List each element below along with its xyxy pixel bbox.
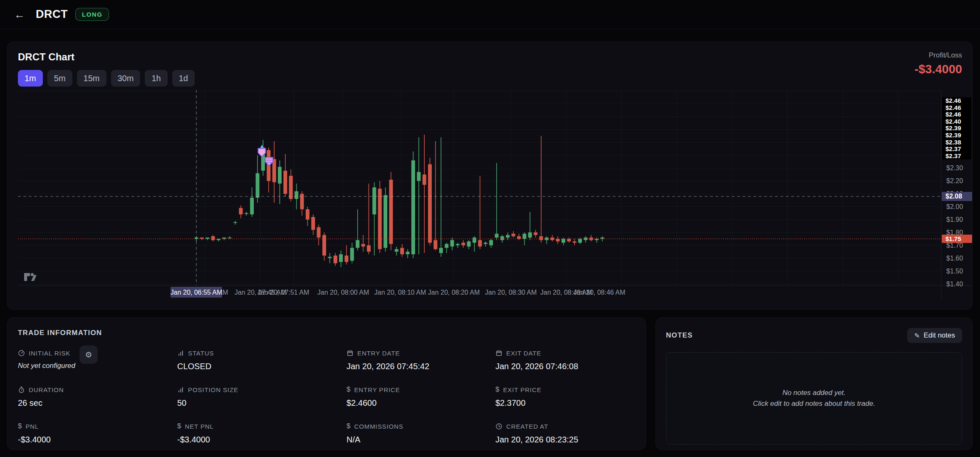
trade-field-entry-date: ENTRY DATEJan 20, 2026 07:45:42 (346, 349, 495, 371)
trade-field-pnl: $PNL-$3.4000 (18, 422, 177, 445)
timeframe-button-30m[interactable]: 30m (111, 70, 141, 87)
field-label: EXIT DATE (506, 350, 541, 357)
field-value: 26 sec (18, 398, 177, 408)
field-value: Jan 20, 2026 08:23:25 (495, 435, 636, 445)
trade-field-initial-risk: INITIAL RISK⚙Not yet configured (18, 349, 177, 371)
svg-text:$2.46: $2.46 (945, 97, 961, 104)
svg-text:$2.37: $2.37 (945, 152, 961, 159)
svg-text:$1.75: $1.75 (945, 235, 961, 242)
notes-empty-line1: No notes added yet. (782, 387, 846, 398)
calendar-icon (495, 350, 502, 357)
svg-text:$2.00: $2.00 (946, 203, 963, 210)
trade-field-exit-date: EXIT DATEJan 20, 2026 07:46:08 (495, 349, 636, 371)
timeframe-button-1d[interactable]: 1d (172, 70, 195, 87)
timeframe-button-15m[interactable]: 15m (77, 70, 106, 87)
direction-badge: LONG (75, 8, 109, 21)
field-value: Jan 20, 2026 07:46:08 (495, 362, 636, 371)
chart-card: DRCT Chart 1m5m15m30m1h1d Profit/Loss -$… (7, 42, 973, 310)
svg-text:Jan 20, 08:00 AM: Jan 20, 08:00 AM (317, 289, 369, 296)
trade-information-title: TRADE INFORMATION (18, 329, 636, 337)
back-button[interactable]: ← (11, 7, 28, 22)
notes-card: NOTES ✎ Edit notes No notes added yet. C… (656, 318, 973, 450)
field-value: -$3.4000 (177, 435, 346, 445)
notes-title: NOTES (666, 331, 693, 340)
notes-empty-state: No notes added yet. Click edit to add no… (666, 352, 962, 445)
field-label: ENTRY PRICE (354, 386, 400, 393)
gauge-icon (18, 350, 25, 357)
svg-text:$2.37: $2.37 (945, 145, 961, 152)
dollar-icon: $ (18, 422, 22, 430)
svg-text:$2.20: $2.20 (946, 177, 963, 184)
svg-text:$2.39: $2.39 (945, 132, 961, 139)
edit-notes-label: Edit notes (923, 331, 955, 340)
field-label: CREATED AT (506, 423, 548, 430)
chart-title: DRCT Chart (18, 51, 195, 63)
trade-field-exit-price: $EXIT PRICE$2.3700 (495, 385, 636, 408)
svg-text:$1.60: $1.60 (946, 255, 963, 262)
field-value: N/A (346, 435, 495, 445)
field-label: ENTRY DATE (357, 350, 400, 357)
svg-text:Jan 20, 06:55 AM: Jan 20, 06:55 AM (171, 289, 223, 296)
field-label: NET PNL (185, 423, 213, 430)
field-label: POSITION SIZE (188, 386, 238, 393)
svg-text:$1.90: $1.90 (946, 216, 963, 223)
bars-icon (177, 350, 184, 357)
svg-text:Jan 20, 08:20 AM: Jan 20, 08:20 AM (428, 289, 480, 296)
trade-field-position-size: POSITION SIZE50 (177, 385, 346, 408)
profit-loss-value: -$3.4000 (915, 62, 963, 76)
field-label: PNL (25, 423, 39, 430)
field-value: -$3.4000 (18, 435, 177, 445)
svg-text:$2.39: $2.39 (945, 124, 961, 132)
timeframe-button-1h[interactable]: 1h (145, 70, 167, 87)
gear-icon: ⚙ (85, 350, 92, 360)
svg-text:$2.46: $2.46 (945, 104, 961, 111)
tradingview-logo (24, 273, 37, 281)
trade-information-card: TRADE INFORMATION INITIAL RISK⚙Not yet c… (7, 318, 646, 450)
dollar-icon: $ (495, 385, 499, 394)
field-value: $2.3700 (495, 398, 636, 408)
profit-loss-label: Profit/Loss (915, 51, 963, 60)
trade-field-created-at: CREATED ATJan 20, 2026 08:23:25 (495, 422, 636, 445)
timeframe-buttons: 1m5m15m30m1h1d (18, 70, 195, 87)
dollar-icon: $ (346, 422, 350, 430)
edit-notes-button[interactable]: ✎ Edit notes (907, 328, 962, 343)
clock-icon (495, 423, 502, 430)
svg-text:$1.40: $1.40 (946, 281, 963, 288)
bars-icon (177, 386, 184, 393)
svg-text:$2.08: $2.08 (945, 193, 962, 200)
risk-settings-button[interactable]: ⚙ (79, 345, 98, 364)
pencil-icon: ✎ (914, 332, 920, 340)
notes-empty-line2: Click edit to add notes about this trade… (753, 398, 875, 409)
svg-text:$1.50: $1.50 (946, 268, 963, 275)
svg-text:Jan 20, 08:46 AM: Jan 20, 08:46 AM (574, 289, 626, 296)
top-bar: ← DRCT LONG (0, 0, 980, 29)
field-value: CLOSED (177, 362, 346, 371)
svg-text:$2.38: $2.38 (945, 139, 961, 146)
field-label: DURATION (29, 386, 64, 393)
calendar-icon (346, 350, 354, 357)
field-value: Not yet configured (18, 362, 177, 370)
trade-info-grid: INITIAL RISK⚙Not yet configuredSTATUSCLO… (18, 349, 636, 445)
field-label: COMMISSIONS (354, 423, 403, 430)
stopwatch-icon (18, 386, 25, 393)
trade-field-entry-price: $ENTRY PRICE$2.4600 (346, 385, 495, 408)
field-label: STATUS (188, 350, 214, 357)
field-label: INITIAL RISK (29, 350, 70, 357)
trade-field-commissions: $COMMISSIONSN/A (346, 422, 495, 445)
trade-field-net-pnl: $NET PNL-$3.4000 (177, 422, 346, 445)
dollar-icon: $ (346, 385, 350, 394)
trade-field-duration: DURATION26 sec (18, 385, 177, 408)
field-label: EXIT PRICE (503, 386, 541, 393)
timeframe-button-5m[interactable]: 5m (47, 70, 72, 87)
candlestick-chart[interactable]: $2.30$2.20$2.10$2.00$1.90$1.80$1.70$1.60… (18, 90, 973, 299)
field-value: $2.4600 (346, 398, 495, 408)
trade-field-status: STATUSCLOSED (177, 349, 346, 371)
svg-text:Jan 20, 08:10 AM: Jan 20, 08:10 AM (374, 289, 426, 296)
svg-text:$2.40: $2.40 (945, 118, 961, 125)
svg-text:$2.30: $2.30 (946, 164, 963, 171)
field-value: 50 (177, 398, 346, 408)
svg-text:Jan 20, 07:51 AM: Jan 20, 07:51 AM (257, 289, 309, 296)
timeframe-button-1m[interactable]: 1m (18, 70, 43, 87)
page-title-symbol: DRCT (36, 8, 68, 21)
svg-text:$2.46: $2.46 (945, 111, 961, 118)
